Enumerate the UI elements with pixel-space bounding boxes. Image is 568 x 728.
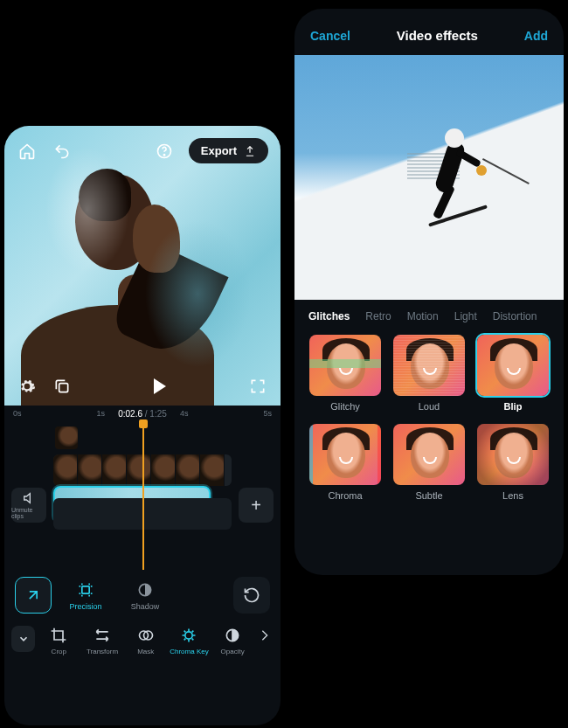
- effect-lens[interactable]: Lens: [476, 424, 550, 501]
- reset-button[interactable]: [233, 577, 270, 614]
- mask-tool[interactable]: Mask: [126, 626, 166, 655]
- playhead[interactable]: [142, 423, 144, 570]
- effect-thumbnail: [477, 335, 549, 396]
- svg-rect-3: [82, 586, 89, 593]
- preview-subject: [21, 154, 214, 406]
- chevron-down-icon: [17, 633, 30, 645]
- effect-label: Glitchy: [330, 401, 360, 412]
- reset-icon: [243, 586, 260, 604]
- export-label: Export: [201, 144, 237, 157]
- effect-thumbnail: [309, 424, 381, 485]
- transform-tool[interactable]: Transform: [82, 626, 122, 655]
- effect-label: Blip: [504, 401, 523, 412]
- page-title: Video effects: [397, 28, 478, 43]
- crop-tool[interactable]: Crop: [38, 626, 79, 655]
- cancel-button[interactable]: Cancel: [310, 29, 350, 43]
- copy-icon[interactable]: [52, 376, 73, 397]
- opacity-tool[interactable]: Opacity: [212, 626, 253, 655]
- fullscreen-icon[interactable]: [247, 376, 268, 397]
- unmute-label: Unmute clips: [11, 507, 46, 519]
- timeline[interactable]: Unmute clips +: [4, 423, 281, 570]
- effect-chroma[interactable]: Chroma: [308, 424, 382, 501]
- shadow-icon: [136, 581, 154, 599]
- effect-loud[interactable]: Loud: [392, 335, 466, 412]
- play-icon: [154, 378, 166, 394]
- ruler-mark: 5s: [263, 409, 272, 423]
- tab-retro[interactable]: Retro: [365, 310, 391, 322]
- tab-motion[interactable]: Motion: [407, 310, 439, 322]
- add-button[interactable]: Add: [524, 29, 548, 43]
- gear-icon[interactable]: [17, 376, 38, 397]
- more-tools[interactable]: [256, 626, 274, 645]
- precision-label: Precision: [69, 602, 101, 611]
- plus-icon: +: [251, 496, 261, 516]
- effect-preview[interactable]: [294, 55, 564, 300]
- upload-icon: [244, 145, 256, 157]
- crop-icon: [50, 627, 67, 644]
- tab-distortion[interactable]: Distortion: [493, 310, 537, 322]
- expand-tool-button[interactable]: [15, 577, 52, 614]
- tool-row-primary: Precision Shadow: [4, 570, 281, 621]
- tab-light[interactable]: Light: [454, 310, 477, 322]
- tool-row-secondary: Crop Transform Mask Chroma Key Opacity: [4, 621, 281, 664]
- time-display: 0:02.6 / 1:25: [118, 409, 167, 419]
- tool-label: Opacity: [221, 648, 245, 655]
- opacity-icon: [224, 627, 241, 644]
- chevron-icon: [258, 627, 272, 644]
- effect-label: Chroma: [328, 490, 362, 501]
- shadow-label: Shadow: [131, 602, 160, 611]
- chromakey-tool[interactable]: Chroma Key: [170, 626, 210, 655]
- effect-label: Subtle: [415, 490, 442, 501]
- preview-subject: [424, 123, 494, 228]
- transform-icon: [94, 627, 111, 644]
- ruler-mark: 0s: [13, 409, 22, 423]
- home-icon[interactable]: [17, 141, 38, 162]
- ruler-mark: 1s: [96, 409, 105, 423]
- effect-thumbnail: [477, 424, 549, 485]
- speaker-icon: [22, 491, 36, 505]
- mask-icon: [137, 627, 155, 644]
- tool-label: Chroma Key: [170, 648, 208, 655]
- unmute-button[interactable]: Unmute clips: [11, 488, 46, 523]
- svg-point-7: [185, 632, 192, 639]
- add-track-button[interactable]: +: [239, 488, 274, 523]
- help-icon[interactable]: [154, 141, 175, 162]
- effect-label: Lens: [502, 490, 523, 501]
- tool-label: Mask: [137, 648, 154, 655]
- precision-tool[interactable]: Precision: [60, 580, 111, 611]
- effects-header: Cancel Video effects Add: [294, 9, 564, 55]
- effect-blip[interactable]: Blip: [476, 335, 550, 412]
- ruler-mark: 4s: [180, 409, 189, 423]
- play-button[interactable]: [149, 376, 170, 397]
- effect-glitchy[interactable]: Glitchy: [308, 335, 382, 412]
- collapse-tools-button[interactable]: [11, 626, 35, 652]
- clip-thumbnail[interactable]: [55, 426, 78, 449]
- effect-category-tabs: Glitches Retro Motion Light Distortion: [294, 300, 564, 329]
- effect-thumbnail: [393, 424, 465, 485]
- effect-thumbnail: [393, 335, 465, 396]
- effect-label: Loud: [419, 401, 440, 412]
- precision-icon: [77, 581, 94, 599]
- tab-glitches[interactable]: Glitches: [308, 310, 350, 322]
- effect-thumbnail: [309, 335, 381, 396]
- export-button[interactable]: Export: [189, 138, 268, 163]
- tool-label: Crop: [52, 648, 66, 655]
- video-editor-screen: Export 0s 1s 0:02.6 / 1:25: [4, 126, 281, 725]
- chromakey-icon: [180, 627, 197, 644]
- undo-icon[interactable]: [52, 141, 73, 162]
- expand-icon: [24, 586, 42, 604]
- effect-grid: GlitchyLoudBlipChromaSubtleLens: [294, 329, 564, 515]
- svg-rect-2: [59, 384, 68, 392]
- video-preview[interactable]: Export: [4, 126, 281, 406]
- tool-label: Transform: [87, 648, 118, 655]
- svg-point-1: [163, 154, 164, 155]
- video-effects-screen: Cancel Video effects Add Glitches Retro …: [294, 9, 564, 575]
- shadow-tool[interactable]: Shadow: [120, 580, 170, 611]
- effect-subtle[interactable]: Subtle: [392, 424, 466, 501]
